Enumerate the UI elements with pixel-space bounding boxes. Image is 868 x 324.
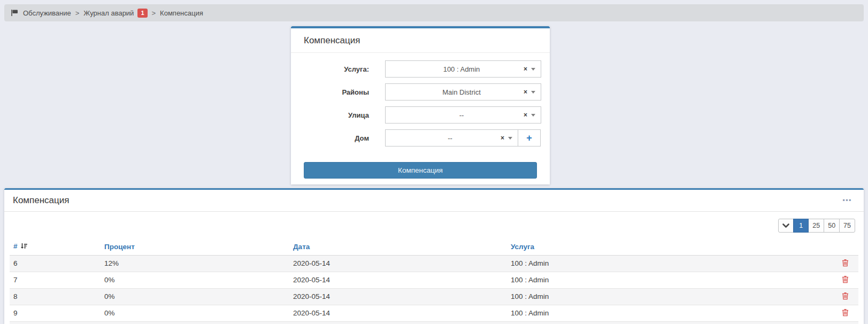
street-label: Улица — [291, 111, 369, 119]
breadcrumb-item-accident-log[interactable]: Журнал аварий — [83, 9, 134, 17]
cell-date: 2020-05-14 — [289, 305, 507, 321]
chevron-down-icon[interactable] — [778, 219, 794, 233]
caret-down-icon — [531, 68, 535, 71]
clear-icon[interactable]: × — [524, 112, 527, 118]
clear-icon[interactable]: × — [501, 135, 504, 141]
column-header-service[interactable]: Услуга — [507, 239, 809, 255]
column-header-number-label: # — [13, 242, 18, 250]
service-label: Услуга: — [291, 65, 369, 73]
cell-date: 2020-05-14 — [289, 288, 507, 305]
house-select-value: -- — [386, 134, 501, 142]
street-select-value: -- — [386, 111, 524, 119]
cell-percent: 12% — [101, 255, 289, 272]
table-panel-title: Компенсация — [13, 195, 70, 206]
house-label: Дом — [291, 134, 369, 142]
compensation-form-panel: Компенсация Услуга: 100 : Admin × Районы… — [291, 26, 550, 184]
districts-label: Районы — [291, 88, 369, 96]
cell-date: 2020-05-14 — [289, 272, 507, 288]
breadcrumb-separator: > — [75, 9, 80, 17]
page-size-50-button[interactable]: 50 — [824, 219, 840, 233]
page-button-1[interactable]: 1 — [793, 219, 809, 233]
delete-row-button[interactable] — [842, 259, 849, 267]
breadcrumb: Обслуживание > Журнал аварий 1 > Компенс… — [4, 4, 864, 21]
table-toolbar: 1 25 50 75 — [4, 212, 864, 239]
cell-number: 9 — [10, 305, 101, 321]
districts-select-value: Main District — [386, 88, 524, 96]
clear-icon[interactable]: × — [524, 66, 527, 72]
table-row: 9 0% 2020-05-14 100 : Admin — [10, 305, 858, 321]
flag-icon — [11, 9, 18, 17]
column-header-actions — [809, 239, 858, 255]
cell-service: 100 : Admin — [507, 272, 809, 288]
cell-number: 6 — [10, 255, 101, 272]
compensation-submit-button[interactable]: Компенсация — [304, 162, 537, 179]
breadcrumb-separator: > — [152, 9, 156, 17]
table-row: 6 12% 2020-05-14 100 : Admin — [10, 255, 858, 272]
cell-service: 100 : Admin — [507, 288, 809, 305]
table-panel-header: Компенсация ⋯ — [4, 190, 864, 212]
clear-icon[interactable]: × — [524, 89, 527, 95]
page-size-group: 1 25 50 75 — [778, 219, 855, 233]
form-row-service: Услуга: 100 : Admin × — [291, 60, 550, 78]
plus-icon: + — [526, 133, 532, 143]
form-row-street: Улица -- × — [291, 106, 550, 124]
cell-date: 2020-05-14 — [289, 255, 507, 272]
form-row-districts: Районы Main District × — [291, 83, 550, 101]
service-select-value: 100 : Admin — [386, 65, 524, 73]
panel-menu-icon[interactable]: ⋯ — [842, 198, 852, 203]
sort-amount-icon — [20, 243, 27, 251]
column-header-date[interactable]: Дата — [289, 239, 507, 255]
table-row: 7 0% 2020-05-14 100 : Admin — [10, 272, 858, 288]
page-size-25-button[interactable]: 25 — [808, 219, 824, 233]
caret-down-icon — [531, 114, 535, 117]
accident-count-badge: 1 — [137, 9, 147, 18]
add-house-button[interactable]: + — [518, 129, 541, 146]
cell-percent: 0% — [101, 305, 289, 321]
caret-down-icon — [531, 91, 535, 94]
cell-number: 7 — [10, 272, 101, 288]
breadcrumb-item-compensation[interactable]: Компенсация — [160, 9, 203, 17]
compensation-table: # Процент Дата Услуга 6 12% 2020-05-14 1… — [10, 239, 858, 322]
column-header-number[interactable]: # — [10, 239, 101, 255]
cell-service: 100 : Admin — [507, 305, 809, 321]
caret-down-icon — [508, 137, 512, 140]
column-header-percent[interactable]: Процент — [101, 239, 289, 255]
table-header-row: # Процент Дата Услуга — [10, 239, 858, 255]
page-size-75-button[interactable]: 75 — [839, 219, 855, 233]
breadcrumb-item-service[interactable]: Обслуживание — [23, 9, 71, 17]
form-panel-title: Компенсация — [291, 28, 550, 53]
delete-row-button[interactable] — [842, 275, 849, 283]
house-select[interactable]: -- × — [385, 129, 518, 146]
street-select[interactable]: -- × — [385, 106, 541, 124]
table-row: 8 0% 2020-05-14 100 : Admin — [10, 288, 858, 305]
compensation-table-panel: Компенсация ⋯ 1 25 50 75 # Процент Дата — [4, 188, 864, 324]
service-select[interactable]: 100 : Admin × — [385, 60, 541, 78]
cell-number: 8 — [10, 288, 101, 305]
delete-row-button[interactable] — [842, 308, 849, 317]
cell-service: 100 : Admin — [507, 255, 809, 272]
form-row-house: Дом -- × + — [291, 129, 550, 146]
cell-percent: 0% — [101, 288, 289, 305]
delete-row-button[interactable] — [842, 292, 849, 300]
table-row-partial — [10, 322, 858, 324]
form-body: Услуга: 100 : Admin × Районы Main Distri… — [291, 53, 550, 184]
table-wrap: # Процент Дата Услуга 6 12% 2020-05-14 1… — [10, 239, 858, 324]
districts-select[interactable]: Main District × — [385, 83, 541, 101]
cell-percent: 0% — [101, 272, 289, 288]
